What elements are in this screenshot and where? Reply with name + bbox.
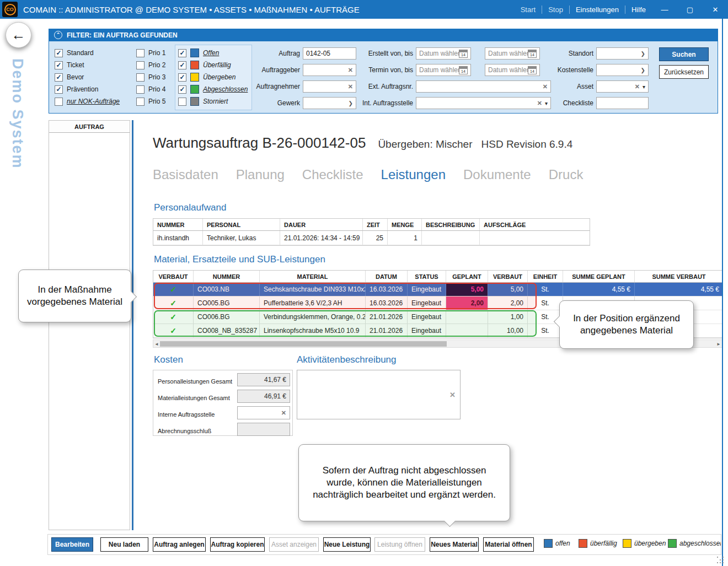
checkbox-icon[interactable] (178, 73, 186, 82)
material-col-datum[interactable]: DATUM (366, 271, 408, 282)
material-col-geplant[interactable]: GEPLANT (446, 271, 488, 282)
interne-auftragsstelle-input[interactable]: ✕ (237, 406, 290, 419)
tab-druck[interactable]: Druck (549, 167, 584, 182)
calendar-icon[interactable]: 14 (528, 50, 537, 58)
ext-auftragsnr-input[interactable]: ✕ (416, 80, 551, 93)
termin-von-datepicker[interactable]: Datum wähler14 (416, 64, 471, 76)
material-col-verbaut-check[interactable]: VERBAUT (153, 271, 194, 282)
personal-col-nummer[interactable]: NUMMER (153, 219, 203, 230)
checkbox-ueberfaellig[interactable]: Überfällig (178, 60, 231, 70)
personal-col-zeit[interactable]: ZEIT (363, 219, 388, 230)
termin-bis-datepicker[interactable]: Datum wähler14 (485, 64, 540, 76)
checkbox-prio2[interactable]: Prio 2 (136, 60, 165, 70)
checkbox-prio1[interactable]: Prio 1 (136, 48, 165, 58)
checkbox-icon[interactable] (55, 73, 63, 82)
checkliste-input[interactable] (596, 97, 649, 109)
maximize-button[interactable]: ▢ (677, 0, 703, 19)
neu-laden-button[interactable]: Neu laden (100, 537, 148, 552)
checkbox-prio5[interactable]: Prio 5 (136, 96, 165, 106)
zuruecksetzen-button[interactable]: Zurücksetzen (659, 65, 709, 79)
personal-col-aufschlaege[interactable]: AUFSCHLÄGE (480, 219, 590, 230)
checkbox-icon[interactable] (136, 98, 144, 106)
tab-checkliste[interactable]: Checkliste (302, 167, 363, 182)
personal-row[interactable]: ih.instandh Techniker, Lukas 21.01.2026:… (153, 231, 590, 245)
filter-header[interactable]: ⌃ FILTER: EIN AUFTRAG GEFUNDEN (49, 29, 718, 41)
kostenstelle-input[interactable]: ❯ (596, 64, 649, 76)
neues-material-button[interactable]: Neues Material (430, 537, 479, 552)
auftrag-kopieren-button[interactable]: Auftrag kopieren (210, 537, 265, 552)
material-col-einheit[interactable]: EINHEIT (528, 271, 563, 282)
auftrag-input[interactable]: 0142-05 (303, 47, 356, 60)
scroll-right-icon[interactable]: ► (716, 341, 721, 347)
collapse-icon[interactable]: ⌃ (54, 31, 62, 39)
material-oeffnen-button[interactable]: Material öffnen (483, 537, 534, 552)
bearbeiten-button[interactable]: Bearbeiten (51, 537, 93, 552)
personal-col-dauer[interactable]: DAUER (280, 219, 363, 230)
scroll-left-icon[interactable]: ◄ (154, 341, 159, 347)
expander-icon[interactable]: ❯ (641, 67, 645, 73)
clear-icon[interactable]: ✕ (281, 409, 286, 417)
scrollbar-thumb[interactable] (160, 341, 447, 347)
int-auftragsstelle-input[interactable]: ✕▾ (416, 97, 551, 109)
calendar-icon[interactable]: 14 (528, 66, 537, 74)
expander-icon[interactable]: ❯ (641, 51, 645, 57)
personal-col-personal[interactable]: PERSONAL (203, 219, 280, 230)
tab-basisdaten[interactable]: Basisdaten (153, 167, 218, 182)
calendar-icon[interactable]: 14 (459, 66, 468, 74)
erstellt-von-datepicker[interactable]: Datum wähler14 (416, 47, 471, 60)
checkbox-prio4[interactable]: Prio 4 (136, 84, 165, 94)
clear-icon[interactable]: ✕ (348, 83, 353, 90)
checkbox-icon[interactable] (136, 73, 144, 82)
splitter[interactable] (132, 120, 133, 530)
clear-icon[interactable]: ✕ (449, 391, 456, 399)
personal-col-beschreibung[interactable]: BESCHREIBUNG (422, 219, 480, 230)
tab-planung[interactable]: Planung (236, 167, 285, 182)
checkbox-offen[interactable]: Offen (178, 48, 219, 58)
minimize-button[interactable]: — (652, 0, 677, 19)
asset-input[interactable]: ✕▾ (596, 80, 649, 93)
checkbox-icon[interactable] (136, 49, 144, 57)
standort-input[interactable]: ❯ (596, 47, 649, 60)
checkbox-standard[interactable]: Standard (55, 48, 94, 58)
material-col-material[interactable]: MATERIAL (260, 271, 366, 282)
checkbox-icon[interactable] (55, 85, 63, 94)
aktivitaeten-textarea[interactable]: ✕ (297, 370, 461, 419)
checkbox-praevention[interactable]: Prävention (55, 84, 98, 94)
clear-icon[interactable]: ✕ (537, 100, 542, 107)
checkbox-uebergeben[interactable]: Übergeben (178, 72, 235, 82)
checkbox-icon[interactable] (178, 98, 186, 106)
material-col-summe-geplant[interactable]: SUMME GEPLANT (563, 271, 635, 282)
menu-start[interactable]: Start (515, 6, 542, 14)
checkbox-abgeschlossen[interactable]: Abgeschlossen (178, 84, 248, 94)
material-col-nummer[interactable]: NUMMER (194, 271, 260, 282)
auftrag-anlegen-button[interactable]: Auftrag anlegen (153, 537, 206, 552)
resize-grip-icon[interactable] (717, 557, 725, 564)
checkbox-icon[interactable] (55, 61, 63, 69)
calendar-icon[interactable]: 14 (459, 50, 468, 58)
material-row-selected[interactable]: ✓ CO003.NB Sechskantschraube DIN933 M10x… (153, 283, 722, 297)
checkbox-icon[interactable] (55, 98, 63, 106)
erstellt-bis-datepicker[interactable]: Datum wähler14 (485, 47, 540, 60)
checkbox-bevor[interactable]: Bevor (55, 72, 84, 82)
checkbox-icon[interactable] (136, 85, 144, 94)
checkbox-prio3[interactable]: Prio 3 (136, 72, 165, 82)
checkbox-nur-nok[interactable]: nur NOK-Aufträge (55, 96, 120, 106)
checkbox-ticket[interactable]: Ticket (55, 60, 84, 70)
back-button[interactable]: ← (6, 22, 31, 48)
menu-hilfe[interactable]: Hilfe (625, 6, 652, 14)
clear-icon[interactable]: ✕ (348, 67, 353, 74)
checkbox-icon[interactable] (178, 61, 186, 69)
neue-leistung-button[interactable]: Neue Leistung (323, 537, 371, 552)
auftrag-list-header[interactable]: AUFTRAG (49, 121, 130, 133)
clear-icon[interactable]: ✕ (635, 83, 640, 90)
material-col-verbaut[interactable]: VERBAUT (488, 271, 528, 282)
personal-col-menge[interactable]: MENGE (388, 219, 422, 230)
auftraggeber-input[interactable]: ✕ (303, 64, 356, 76)
checkbox-storniert[interactable]: Storniert (178, 96, 228, 106)
auftragnehmer-input[interactable]: ✕ (303, 80, 356, 93)
checkbox-icon[interactable] (136, 61, 144, 69)
material-col-summe-verbaut[interactable]: SUMME VERBAUT (635, 271, 722, 282)
material-col-status[interactable]: STATUS (408, 271, 446, 282)
menu-einstellungen[interactable]: Einstellungen (570, 6, 625, 14)
checkbox-icon[interactable] (178, 49, 186, 57)
